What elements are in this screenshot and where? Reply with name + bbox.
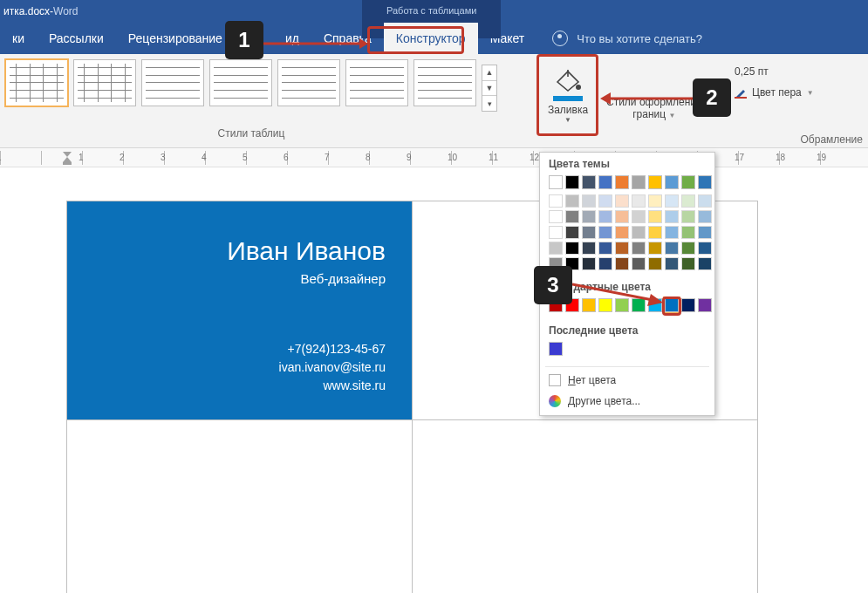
color-swatch[interactable] [665, 194, 679, 208]
color-swatch[interactable] [615, 226, 629, 239]
color-swatch[interactable] [549, 210, 563, 223]
color-swatch[interactable] [582, 175, 596, 189]
color-swatch[interactable] [582, 210, 596, 223]
empty-box-icon [549, 374, 561, 386]
svg-marker-8 [600, 92, 611, 105]
horizontal-ruler[interactable] [0, 148, 868, 167]
color-swatch[interactable] [615, 210, 629, 223]
callout-number-3: 3 [534, 266, 572, 304]
table-cell-empty[interactable] [67, 420, 413, 594]
color-swatch[interactable] [665, 226, 679, 239]
border-styles-button[interactable]: Стили оформления границ ▼ [606, 59, 702, 121]
color-swatch[interactable] [665, 175, 679, 189]
color-swatch[interactable] [681, 194, 695, 208]
table-style-5[interactable] [277, 59, 340, 106]
color-swatch[interactable] [632, 175, 646, 189]
border-weight-dropdown[interactable]: 0,25 пт [735, 61, 814, 82]
color-swatch[interactable] [598, 257, 612, 270]
color-swatch[interactable] [698, 210, 712, 223]
color-swatch[interactable] [698, 257, 712, 270]
color-swatch[interactable] [598, 194, 612, 208]
more-colors-item[interactable]: Другие цвета... [540, 391, 714, 412]
pen-icon [735, 86, 747, 99]
callout-3-highlight [662, 296, 681, 316]
color-swatch[interactable] [549, 242, 563, 255]
table-cell-filled[interactable]: Иван Иванов Веб-дизайнер +7(924)123-45-6… [67, 201, 413, 420]
color-swatch[interactable] [565, 194, 579, 208]
pen-color-dropdown[interactable]: Цвет пера ▼ [735, 82, 814, 103]
color-swatch[interactable] [698, 175, 712, 189]
card-role: Веб-дизайнер [93, 271, 386, 286]
color-swatch[interactable] [565, 242, 579, 255]
color-swatch[interactable] [565, 175, 579, 189]
color-swatch[interactable] [615, 242, 629, 255]
tab-mailings[interactable]: Рассылки [37, 23, 116, 54]
color-swatch[interactable] [648, 242, 662, 255]
color-swatch[interactable] [681, 175, 695, 189]
theme-colors-label: Цвета темы [540, 153, 714, 174]
color-swatch[interactable] [632, 194, 646, 208]
color-swatch[interactable] [681, 298, 695, 312]
color-swatch[interactable] [598, 226, 612, 239]
color-swatch[interactable] [681, 210, 695, 223]
color-swatch[interactable] [648, 226, 662, 239]
tab-fragment-left[interactable]: ки [0, 23, 37, 54]
color-swatch[interactable] [648, 257, 662, 270]
color-swatch[interactable] [582, 226, 596, 239]
svg-marker-6 [359, 38, 368, 49]
table-styles-more[interactable]: ▲▼▾ [482, 65, 497, 112]
color-swatch[interactable] [598, 175, 612, 189]
no-color-item[interactable]: Нет цвета [540, 370, 714, 391]
ribbon: ▲▼▾ Стили таблиц Заливка ▼ Стили оформле… [0, 54, 868, 148]
color-swatch[interactable] [615, 194, 629, 208]
color-swatch[interactable] [615, 175, 629, 189]
card-contacts: +7(924)123-45-67 ivan.ivanov@site.ru www… [93, 340, 386, 395]
table-cell-empty[interactable] [413, 420, 758, 594]
color-swatch[interactable] [698, 226, 712, 239]
color-swatch[interactable] [665, 210, 679, 223]
table-style-3[interactable] [141, 59, 204, 106]
table-style-1[interactable] [5, 59, 68, 106]
color-swatch[interactable] [582, 242, 596, 255]
table-style-6[interactable] [345, 59, 408, 106]
table-style-2[interactable] [73, 59, 136, 106]
color-swatch[interactable] [549, 194, 563, 208]
color-swatch[interactable] [632, 226, 646, 239]
color-swatch[interactable] [681, 226, 695, 239]
table-styles-group: ▲▼▾ Стили таблиц [0, 54, 502, 147]
document-area[interactable]: Иван Иванов Веб-дизайнер +7(924)123-45-6… [0, 167, 868, 593]
color-swatch[interactable] [598, 210, 612, 223]
color-swatch[interactable] [632, 210, 646, 223]
color-swatch[interactable] [565, 226, 579, 239]
callout-2-highlight [537, 54, 598, 136]
color-swatch[interactable] [648, 175, 662, 189]
callout-1-highlight [367, 26, 464, 54]
borders-group-label: Обрамление [801, 133, 863, 146]
table-style-7[interactable] [413, 59, 476, 106]
border-options: 0,25 пт Цвет пера ▼ [735, 61, 814, 103]
table-style-4[interactable] [209, 59, 272, 106]
color-swatch[interactable] [582, 194, 596, 208]
color-swatch[interactable] [665, 257, 679, 270]
color-swatch[interactable] [598, 242, 612, 255]
color-swatch[interactable] [665, 242, 679, 255]
recent-color-swatch[interactable] [549, 342, 563, 356]
color-swatch[interactable] [698, 298, 712, 312]
color-swatch[interactable] [549, 175, 563, 189]
tell-me-search[interactable]: Что вы хотите сделать? [552, 31, 702, 46]
tab-review[interactable]: Рецензирование [116, 23, 235, 54]
color-swatch[interactable] [582, 257, 596, 270]
color-swatch[interactable] [615, 257, 629, 270]
color-swatch[interactable] [632, 242, 646, 255]
color-swatch[interactable] [549, 226, 563, 239]
color-swatch[interactable] [565, 210, 579, 223]
color-swatch[interactable] [698, 194, 712, 208]
color-swatch[interactable] [648, 194, 662, 208]
document-filename: итка.docx [3, 5, 50, 17]
color-swatch[interactable] [648, 210, 662, 223]
color-swatch[interactable] [681, 257, 695, 270]
color-swatch[interactable] [632, 257, 646, 270]
color-swatch[interactable] [681, 242, 695, 255]
color-swatch[interactable] [698, 242, 712, 255]
table-styles-gallery[interactable]: ▲▼▾ [0, 54, 502, 112]
